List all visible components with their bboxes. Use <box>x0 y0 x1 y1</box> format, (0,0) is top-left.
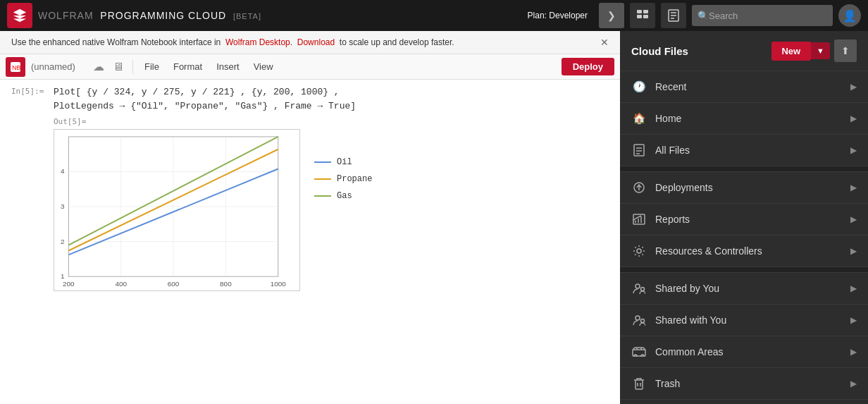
svg-rect-1 <box>643 10 648 13</box>
close-notification-button[interactable]: ✕ <box>600 37 609 48</box>
deployments-icon <box>631 180 647 195</box>
trash-icon <box>631 376 647 391</box>
reports-icon <box>631 212 647 227</box>
reports-chevron-icon: ▶ <box>850 214 857 224</box>
input-label: In[5]:= <box>11 85 54 96</box>
common-areas-icon <box>631 344 647 360</box>
sidebar-item-common-areas-label: Common Areas <box>655 346 850 357</box>
recent-chevron-icon: ▶ <box>850 82 857 92</box>
cloud-save-button[interactable]: ☁ <box>90 60 107 73</box>
legend-oil-label: Oil <box>337 157 352 167</box>
trash-chevron-icon: ▶ <box>850 379 857 388</box>
sidebar-item-all-files[interactable]: All Files ▶ <box>620 135 868 166</box>
notification-bar: Use the enhanced native Wolfram Notebook… <box>0 31 620 54</box>
new-dropdown-button[interactable]: ▼ <box>810 42 830 59</box>
all-files-chevron-icon: ▶ <box>850 145 857 155</box>
view-menu-button[interactable]: View <box>248 59 279 74</box>
legend-propane-line <box>314 178 331 180</box>
deployments-chevron-icon: ▶ <box>850 183 857 192</box>
grid-view-button[interactable] <box>630 3 655 28</box>
home-chevron-icon: ▶ <box>850 114 857 123</box>
cloud-files-header: Cloud Files New ▼ ⬆ <box>620 31 868 71</box>
svg-rect-3 <box>643 15 648 18</box>
download-link[interactable]: Download <box>297 37 335 47</box>
svg-text:2: 2 <box>61 238 65 245</box>
svg-text:600: 600 <box>168 280 180 288</box>
toolbar-divider <box>132 60 133 74</box>
main-area: Use the enhanced native Wolfram Notebook… <box>0 31 868 404</box>
input-code[interactable]: Plot[ {y / 324, y / 275, y / 221} , {y, … <box>54 85 609 113</box>
editor-panel: Use the enhanced native Wolfram Notebook… <box>0 31 620 404</box>
svg-text:4: 4 <box>61 167 65 175</box>
sidebar-item-deployments[interactable]: Deployments ▶ <box>620 172 868 204</box>
format-menu-button[interactable]: Format <box>168 59 208 74</box>
svg-line-40 <box>636 217 638 219</box>
wolfram-desktop-link[interactable]: Wolfram Desktop <box>225 37 290 47</box>
wolfram-logo[interactable] <box>7 3 32 28</box>
sidebar-item-home-label: Home <box>655 113 850 124</box>
svg-text:3: 3 <box>61 202 65 210</box>
sidebar-item-shared-by-you[interactable]: Shared by You ▶ <box>620 273 868 305</box>
svg-point-46 <box>641 319 645 323</box>
input-cell: In[5]:= Plot[ {y / 324, y / 275, y / 221… <box>11 85 609 113</box>
deploy-button[interactable]: Deploy <box>562 58 614 75</box>
filename-label: (unnamed) <box>31 61 87 72</box>
output-row: Out[5]= <box>54 116 609 126</box>
sidebar-divider-2 <box>620 267 868 273</box>
legend-propane-label: Propane <box>337 174 372 184</box>
insert-menu-button[interactable]: Insert <box>211 59 245 74</box>
chart-svg: 1 2 3 4 200 400 600 800 1000 <box>54 129 300 291</box>
sidebar-item-reports[interactable]: Reports ▶ <box>620 204 868 235</box>
chart-wrap: 1 2 3 4 200 400 600 800 1000 <box>54 129 609 291</box>
svg-point-42 <box>637 249 641 253</box>
svg-text:200: 200 <box>63 280 75 288</box>
svg-text:1000: 1000 <box>271 280 287 288</box>
svg-rect-2 <box>637 15 642 18</box>
plan-info: Plan: Developer <box>528 11 588 20</box>
sidebar-item-reports-label: Reports <box>655 214 850 225</box>
legend-oil-line <box>314 161 331 163</box>
sidebar-item-shared-with-you[interactable]: Shared with You ▶ <box>620 305 868 336</box>
notebook-content[interactable]: In[5]:= Plot[ {y / 324, y / 275, y / 221… <box>0 80 620 404</box>
notification-text: Use the enhanced native Wolfram Notebook… <box>11 37 454 47</box>
sidebar-item-trash[interactable]: Trash ▶ <box>620 368 868 400</box>
legend-propane: Propane <box>314 174 372 184</box>
new-button[interactable]: New <box>771 42 810 61</box>
user-avatar[interactable]: 👤 <box>838 4 861 27</box>
svg-rect-0 <box>637 10 642 13</box>
sidebar-item-trash-label: Trash <box>655 378 850 389</box>
sidebar-item-home[interactable]: 🏠 Home ▶ <box>620 103 868 135</box>
sidebar-item-resources[interactable]: Resources & Controllers ▶ <box>620 235 868 267</box>
sidebar-item-all-files-label: All Files <box>655 145 850 156</box>
file-menu-button[interactable]: File <box>139 59 165 74</box>
sidebar-divider-1 <box>620 166 868 172</box>
cloud-files-title: Cloud Files <box>631 45 688 57</box>
svg-point-45 <box>636 316 640 320</box>
recent-icon: 🕐 <box>631 79 647 94</box>
search-input[interactable] <box>709 11 822 21</box>
legend-gas: Gas <box>314 191 372 201</box>
svg-text:NB: NB <box>12 64 20 71</box>
new-btn-group: New ▼ ⬆ <box>771 39 857 62</box>
chart-legend: Oil Propane Gas <box>314 129 372 201</box>
sidebar-item-resources-label: Resources & Controllers <box>655 245 850 257</box>
shared-with-you-icon <box>631 312 647 328</box>
upload-button[interactable]: ⬆ <box>834 39 857 62</box>
shared-by-you-chevron-icon: ▶ <box>850 283 857 293</box>
legend-gas-line <box>314 195 331 197</box>
resources-icon <box>631 243 647 259</box>
legend-gas-label: Gas <box>337 191 352 201</box>
sidebar-item-common-areas[interactable]: Common Areas ▶ <box>620 336 868 368</box>
expand-panel-button[interactable]: ❯ <box>599 3 624 28</box>
svg-text:400: 400 <box>115 280 127 288</box>
sidebar-item-recent[interactable]: 🕐 Recent ▶ <box>620 71 868 103</box>
notebook-view-button[interactable] <box>661 3 686 28</box>
svg-text:1: 1 <box>61 272 65 280</box>
editor-toolbar: NB (unnamed) ☁ 🖥 File Format Insert View… <box>0 54 620 80</box>
search-bar[interactable]: 🔍 <box>692 5 833 26</box>
legend-oil: Oil <box>314 157 372 167</box>
monitor-button[interactable]: 🖥 <box>110 61 127 73</box>
sidebar-item-deployments-label: Deployments <box>655 182 850 193</box>
right-sidebar: Cloud Files New ▼ ⬆ 🕐 Recent ▶ 🏠 Home ▶ <box>620 31 868 404</box>
all-files-icon <box>631 142 647 158</box>
